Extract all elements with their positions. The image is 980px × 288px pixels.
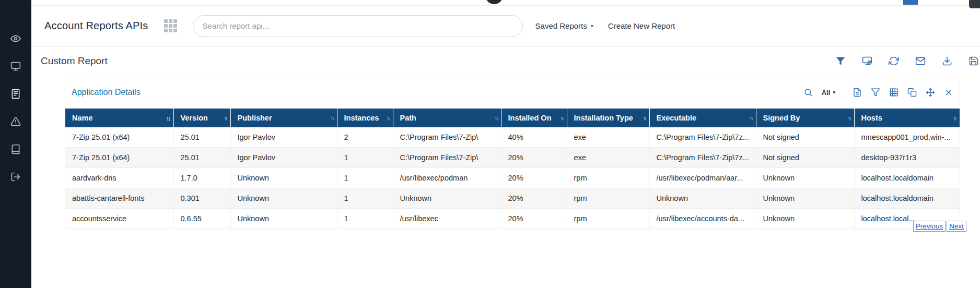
table-cell: exe [567,127,649,148]
table-cell: /usr/libexec [393,209,501,229]
table-cell: localhost.localdomain [854,168,960,188]
column-header-version[interactable]: Version↑↓ [173,109,230,127]
table-cell: Unknown [230,188,337,209]
search-box [193,15,523,37]
table-cell: /usr/libexec/podman/aar... [649,168,756,188]
sidebar [0,0,31,288]
sort-icon[interactable]: ↑↓ [224,115,227,121]
move-icon[interactable] [926,88,935,97]
copy-icon[interactable] [907,88,917,97]
saved-reports-label: Saved Reports [535,21,587,30]
column-header-name[interactable]: Name↑↓ [65,109,173,127]
next-page-link[interactable]: Next [947,221,966,232]
refresh-icon[interactable] [889,56,899,66]
column-header-label: Version [181,114,208,122]
column-header-executable[interactable]: Executable↑↓ [649,109,756,127]
column-header-publisher[interactable]: Publisher↑↓ [230,109,337,127]
email-icon[interactable] [915,56,926,66]
scope-selector-dropdown[interactable]: All ▾ [822,89,835,97]
table-row: accountsservice0.6.55Unknown1/usr/libexe… [65,209,960,229]
table-cell: 1 [337,188,393,209]
sort-icon[interactable]: ↑↓ [331,115,333,121]
column-header-label: Signed By [763,114,800,122]
search-input[interactable] [193,15,523,37]
save-icon[interactable] [969,56,979,66]
create-new-report-link[interactable]: Create New Report [608,21,675,30]
table-row: aardvark-dns1.7.0Unknown1/usr/libexec/po… [65,168,960,188]
filter-icon[interactable] [871,88,880,97]
column-header-signed-by[interactable]: Signed By↑↓ [756,109,854,127]
table-cell: Not signed [756,148,854,168]
sort-icon[interactable]: ↑↓ [953,115,956,121]
column-header-path[interactable]: Path↑↓ [393,109,501,127]
pagination: Previous Next [913,221,966,232]
saved-reports-dropdown[interactable]: Saved Reports ▾ [535,21,593,30]
filter-icon[interactable] [835,56,846,66]
book-icon[interactable] [10,144,21,154]
browser-chrome-fragment-blue [903,0,918,5]
table-cell: accountsservice [65,209,173,229]
table-cell: 1 [337,168,393,188]
apps-grid-icon[interactable] [164,19,177,32]
table-cell: rpm [567,188,649,209]
column-header-label: Executable [657,114,697,122]
table-cell: 2 [337,127,393,148]
column-header-instances[interactable]: Instances↑↓ [337,109,393,127]
table-cell: 20% [501,168,567,188]
logout-icon[interactable] [10,172,21,182]
monitor-icon[interactable] [10,61,21,71]
sort-icon[interactable]: ↑↓ [848,115,850,121]
report-icon[interactable] [10,89,21,99]
column-header-installed-on[interactable]: Installed On↑↓ [501,109,567,127]
section-row: Custom Report [31,46,980,71]
table-cell: Unknown [230,209,337,229]
app-header: Account Reports APIs Saved Reports ▾ Cre… [31,6,980,46]
table-cell: 1 [337,148,393,168]
table-cell: 7-Zip 25.01 (x64) [65,127,173,148]
table-icon[interactable] [889,88,899,97]
file-icon[interactable] [853,88,862,97]
sort-icon[interactable]: ↑↓ [387,115,389,121]
table-cell: 40% [501,127,567,148]
table-cell: Igor Pavlov [230,127,337,148]
column-header-label: Publisher [238,114,272,122]
close-icon[interactable] [944,88,953,97]
table-cell: exe [567,148,649,168]
column-header-label: Path [400,114,416,122]
table-cell: desktop-937r1r3 [854,148,960,168]
chevron-down-icon: ▾ [591,23,593,29]
column-header-installation-type[interactable]: Installation Type↑↓ [567,109,649,127]
column-header-hosts[interactable]: Hosts↑↓ [854,109,960,127]
table-cell: C:\Program Files\7-Zip\7z... [649,148,756,168]
table-cell: 1 [337,209,393,229]
table-cell: 0.301 [173,188,230,209]
table-cell: 20% [501,209,567,229]
table-cell: 0.6.55 [173,209,230,229]
eye-icon[interactable] [10,33,21,44]
table-header-row: Name↑↓Version↑↓Publisher↑↓Instances↑↓Pat… [65,109,960,127]
sort-icon[interactable]: ↑↓ [166,114,170,122]
sort-icon[interactable]: ↑↓ [643,115,646,121]
column-header-label: Hosts [861,114,882,122]
sort-icon[interactable]: ↑↓ [750,115,752,121]
table-cell: 7-Zip 25.01 (x64) [65,148,173,168]
panel-header: Application Details All ▾ [65,82,960,102]
table-cell: C:\Program Files\7-Zip\ [393,127,501,148]
sort-icon[interactable]: ↑↓ [561,115,563,121]
alert-triangle-icon[interactable] [10,116,21,127]
browser-chrome-fragment [485,0,503,4]
table-cell: Unknown [649,188,756,209]
sort-icon[interactable]: ↑↓ [495,115,497,121]
schedule-report-icon[interactable] [862,56,872,66]
table-row: 7-Zip 25.01 (x64)25.01Igor Pavlov2C:\Pro… [65,127,960,148]
table-cell: Unknown [756,188,854,209]
download-icon[interactable] [942,56,952,66]
previous-page-link[interactable]: Previous [913,221,946,232]
table-cell: /usr/libexec/podman [393,168,501,188]
table-cell: Not signed [756,127,854,148]
table-container: Name↑↓Version↑↓Publisher↑↓Instances↑↓Pat… [65,109,960,231]
browser-chrome-fragment-corner [969,0,980,8]
search-icon[interactable] [803,88,813,97]
table-cell: 25.01 [173,148,230,168]
table-cell: aardvark-dns [65,168,173,188]
